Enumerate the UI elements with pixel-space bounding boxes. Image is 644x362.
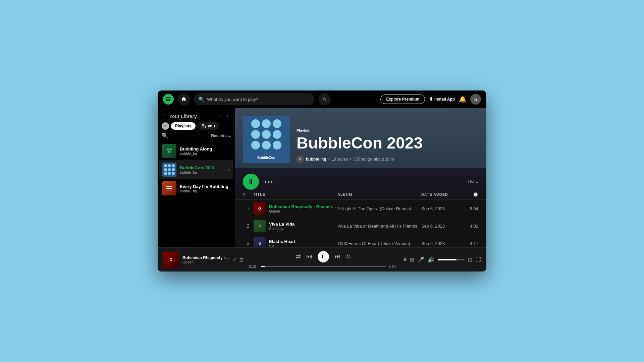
main-content: ≡ Your Library + → × Playlists By you 🔍 … <box>158 108 486 247</box>
volume-bar[interactable] <box>438 259 465 260</box>
col-duration: 🕐 <box>462 192 478 197</box>
progress-fill <box>261 266 265 267</box>
track-info: Elastic Heart Sia <box>269 239 296 248</box>
track-thumb: S <box>254 237 266 247</box>
library-icon-button[interactable] <box>319 93 331 105</box>
sidebar-search-icon[interactable]: 🔍 <box>162 132 168 139</box>
playlists-filter-chip[interactable]: Playlists <box>171 122 196 130</box>
track-artist: Sia <box>269 244 296 248</box>
cover-dot <box>251 119 260 128</box>
shuffle-button[interactable]: ⇄ <box>296 253 301 260</box>
track-row[interactable]: 3 S Elastic Heart Sia 1000 Forms Of Fear… <box>235 235 486 247</box>
devices-button[interactable]: ⊞ <box>410 256 414 263</box>
search-bar[interactable]: 🔍 What do you want to play? <box>194 93 315 105</box>
svg-rect-1 <box>323 98 323 101</box>
more-options-button[interactable]: ••• <box>264 178 273 186</box>
previous-button[interactable]: ⏮ <box>306 253 312 260</box>
playlist-owner-bubbling: bubble_hq <box>180 152 230 156</box>
playlist-info-everyday: Every Day I'm Bubbling bubble_hq <box>180 184 230 193</box>
queue-button[interactable]: ≡ <box>404 257 407 263</box>
next-button[interactable]: ⏭ <box>334 253 340 260</box>
playlist-owner-everyday: bubble_hq <box>180 189 230 193</box>
track-album: A Night At The Opera (Deluxe Remast... <box>337 206 421 211</box>
sidebar-item-bubblecon[interactable]: BubbleCon 2023 bubble_hq ♪ <box>159 160 233 179</box>
filter-row: × Playlists By you <box>158 122 235 132</box>
svg-rect-8 <box>166 190 172 190</box>
nav-right: Explore Premium ⬇ Install App 🔔 b <box>380 94 481 105</box>
track-thumb: C <box>254 220 266 232</box>
current-time: 0:10 <box>249 264 258 268</box>
owner-name: bubble_hq <box>306 157 326 162</box>
clear-filter-button[interactable]: × <box>162 122 169 130</box>
like-button[interactable]: ✓ <box>232 256 237 263</box>
home-button[interactable] <box>178 93 190 105</box>
by-you-filter-chip[interactable]: By you <box>198 122 219 130</box>
repeat-button[interactable]: ↻ <box>346 253 351 260</box>
playlist-thumb-everyday <box>162 181 176 195</box>
top-nav: 🔍 What do you want to play? Explore Prem… <box>158 90 486 108</box>
track-artist: Coldplay <box>269 227 294 231</box>
cover-dot <box>262 130 271 139</box>
tracklist-controls: ⏸ ••• List ≡ <box>235 168 486 192</box>
playlist-type-label: Playlist <box>297 128 478 132</box>
list-view-button[interactable]: List ≡ <box>468 179 478 184</box>
notifications-button[interactable]: 🔔 <box>459 96 466 103</box>
fullscreen-button[interactable]: ⛶ <box>476 257 481 263</box>
explore-premium-button[interactable]: Explore Premium <box>380 95 425 104</box>
playlist-cover: BubbleCon <box>243 116 290 163</box>
playlist-title: BubbleCon 2023 <box>297 134 478 152</box>
track-num-cell: ♪ <box>243 206 254 211</box>
pip-button[interactable]: ⊡ <box>239 257 244 262</box>
track-date: Sep 6, 2023 <box>421 224 462 229</box>
add-library-button[interactable]: + <box>217 113 221 120</box>
now-playing: Q Bohemian Rhapsody - Remastered 2011 Qu… <box>163 252 244 268</box>
track-num: 2 <box>247 223 250 229</box>
now-playing-thumb: Q <box>163 252 179 268</box>
track-thumb: Q <box>254 202 266 215</box>
volume-icon: 🔊 <box>428 256 434 263</box>
cover-dot <box>262 119 271 128</box>
track-album: 1000 Forms Of Fear (Deluxe Version) <box>337 241 421 246</box>
search-placeholder: What do you want to play? <box>207 97 258 102</box>
sidebar-item-bubbling[interactable]: Bubbling Along bubble_hq <box>159 141 233 160</box>
recents-label[interactable]: Recents <box>211 133 227 138</box>
track-duration: 5:54 <box>462 206 478 211</box>
playlist-info-bubblecon: BubbleCon 2023 bubble_hq <box>180 165 224 174</box>
track-date: Sep 6, 2023 <box>421 241 462 246</box>
progress-bar[interactable] <box>261 266 386 267</box>
install-app-label: Install App <box>434 97 455 102</box>
play-pause-button[interactable]: ⏸ <box>243 174 259 190</box>
track-title-group: Q Bohemian Rhapsody - Remastered 2011 Qu… <box>254 202 337 215</box>
svg-point-5 <box>168 151 170 153</box>
col-album: Album <box>337 192 421 197</box>
col-date: Date added <box>421 192 462 197</box>
miniplayer-button[interactable]: ⊡ <box>468 256 472 263</box>
library-title: Your Library <box>169 114 197 119</box>
svg-rect-6 <box>166 186 172 187</box>
library-title-group: ≡ Your Library <box>163 113 197 120</box>
track-row[interactable]: ♪ Q Bohemian Rhapsody - Remastered 2011 … <box>235 200 486 217</box>
track-duration: 4:17 <box>462 241 478 246</box>
cover-dot <box>251 130 260 139</box>
cover-dot <box>273 141 281 149</box>
list-view-icon: ≡ <box>476 179 478 184</box>
player-controls: ⇄ ⏮ ⏸ ⏭ ↻ <box>296 251 351 262</box>
list-sort-icon[interactable]: ≡ <box>228 133 231 138</box>
track-title-group: C Viva La Vida Coldplay <box>254 220 337 232</box>
playlist-details: b bubble_hq • 19 saves • 335 songs about… <box>297 156 478 163</box>
play-pause-main-button[interactable]: ⏸ <box>318 251 329 262</box>
track-num-cell: 2 <box>243 223 254 229</box>
svg-rect-7 <box>166 188 172 189</box>
playlist-meta: Playlist BubbleCon 2023 b bubble_hq • 19… <box>297 128 478 163</box>
spotify-logo <box>163 94 174 105</box>
track-num: 3 <box>247 241 250 246</box>
expand-library-button[interactable]: → <box>223 113 229 120</box>
track-row[interactable]: 2 C Viva La Vida Coldplay Viva La Vida o… <box>235 217 486 235</box>
playlist-owner-bubblecon: bubble_hq <box>180 170 224 174</box>
lyrics-button[interactable]: 🎤 <box>418 256 424 263</box>
playlist-saves: • <box>328 157 330 162</box>
user-avatar[interactable]: b <box>470 94 481 105</box>
install-app-button[interactable]: ⬇ Install App <box>429 97 455 102</box>
sidebar-item-everyday[interactable]: Every Day I'm Bubbling bubble_hq <box>159 179 233 198</box>
player-center: ⇄ ⏮ ⏸ ⏭ ↻ 0:10 5:54 <box>249 251 398 268</box>
